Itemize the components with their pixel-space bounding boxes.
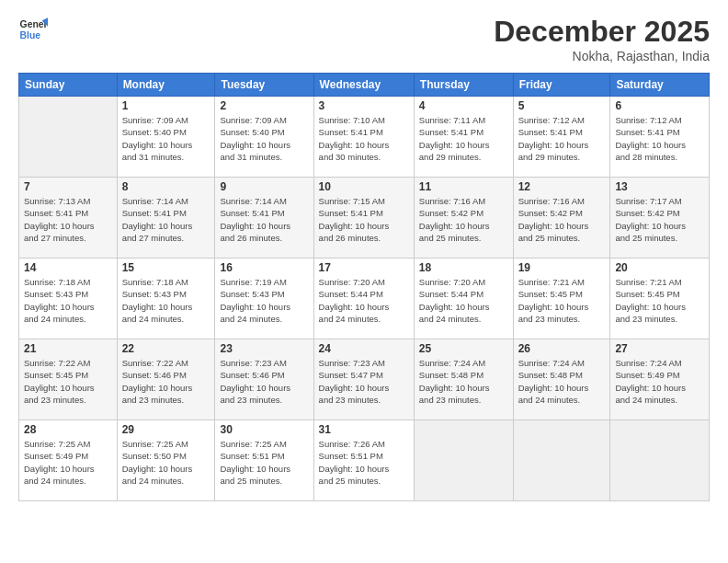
week-row-5: 28Sunrise: 7:25 AMSunset: 5:49 PMDayligh… xyxy=(19,420,710,501)
title-block: December 2025 Nokha, Rajasthan, India xyxy=(494,15,710,63)
day-number: 3 xyxy=(319,99,409,112)
day-number: 18 xyxy=(419,261,508,274)
week-row-3: 14Sunrise: 7:18 AMSunset: 5:43 PMDayligh… xyxy=(19,259,710,339)
day-number: 12 xyxy=(518,180,606,193)
column-header-saturday: Saturday xyxy=(610,74,710,97)
week-row-1: 1Sunrise: 7:09 AMSunset: 5:40 PMDaylight… xyxy=(19,97,710,178)
header: General Blue December 2025 Nokha, Rajast… xyxy=(18,15,710,63)
day-cell: 12Sunrise: 7:16 AMSunset: 5:42 PMDayligh… xyxy=(513,178,610,259)
day-number: 16 xyxy=(220,261,308,274)
day-info: Sunrise: 7:14 AMSunset: 5:41 PMDaylight:… xyxy=(122,195,210,244)
day-cell: 28Sunrise: 7:25 AMSunset: 5:49 PMDayligh… xyxy=(19,420,118,501)
day-info: Sunrise: 7:10 AMSunset: 5:41 PMDaylight:… xyxy=(319,114,409,163)
day-cell: 21Sunrise: 7:22 AMSunset: 5:45 PMDayligh… xyxy=(19,339,118,420)
day-info: Sunrise: 7:12 AMSunset: 5:41 PMDaylight:… xyxy=(518,114,606,163)
day-cell: 17Sunrise: 7:20 AMSunset: 5:44 PMDayligh… xyxy=(313,259,414,339)
day-number: 6 xyxy=(615,99,704,112)
day-cell: 13Sunrise: 7:17 AMSunset: 5:42 PMDayligh… xyxy=(610,178,710,259)
day-info: Sunrise: 7:16 AMSunset: 5:42 PMDaylight:… xyxy=(518,195,606,244)
day-info: Sunrise: 7:13 AMSunset: 5:41 PMDaylight:… xyxy=(24,195,112,244)
day-number: 25 xyxy=(419,342,508,355)
day-number: 1 xyxy=(122,99,210,112)
day-cell: 8Sunrise: 7:14 AMSunset: 5:41 PMDaylight… xyxy=(117,178,215,259)
column-header-friday: Friday xyxy=(513,74,610,97)
day-info: Sunrise: 7:11 AMSunset: 5:41 PMDaylight:… xyxy=(419,114,508,163)
day-number: 27 xyxy=(615,342,704,355)
day-info: Sunrise: 7:22 AMSunset: 5:45 PMDaylight:… xyxy=(24,357,112,406)
day-cell xyxy=(513,420,610,501)
day-info: Sunrise: 7:24 AMSunset: 5:49 PMDaylight:… xyxy=(615,357,704,406)
day-info: Sunrise: 7:25 AMSunset: 5:49 PMDaylight:… xyxy=(24,438,112,487)
calendar: SundayMondayTuesdayWednesdayThursdayFrid… xyxy=(18,73,710,501)
day-number: 17 xyxy=(319,261,409,274)
page: General Blue December 2025 Nokha, Rajast… xyxy=(0,0,728,563)
day-info: Sunrise: 7:18 AMSunset: 5:43 PMDaylight:… xyxy=(122,276,210,325)
day-cell: 4Sunrise: 7:11 AMSunset: 5:41 PMDaylight… xyxy=(414,97,513,178)
day-cell xyxy=(414,420,513,501)
day-cell: 6Sunrise: 7:12 AMSunset: 5:41 PMDaylight… xyxy=(610,97,710,178)
day-info: Sunrise: 7:23 AMSunset: 5:47 PMDaylight:… xyxy=(319,357,409,406)
column-header-sunday: Sunday xyxy=(19,74,118,97)
month-title: December 2025 xyxy=(494,15,710,49)
day-number: 10 xyxy=(319,180,409,193)
day-cell: 2Sunrise: 7:09 AMSunset: 5:40 PMDaylight… xyxy=(215,97,313,178)
day-number: 11 xyxy=(419,180,508,193)
week-row-4: 21Sunrise: 7:22 AMSunset: 5:45 PMDayligh… xyxy=(19,339,710,420)
day-number: 21 xyxy=(24,342,112,355)
day-cell: 26Sunrise: 7:24 AMSunset: 5:48 PMDayligh… xyxy=(513,339,610,420)
day-number: 13 xyxy=(615,180,704,193)
day-info: Sunrise: 7:09 AMSunset: 5:40 PMDaylight:… xyxy=(122,114,210,163)
day-cell: 29Sunrise: 7:25 AMSunset: 5:50 PMDayligh… xyxy=(117,420,215,501)
day-cell: 25Sunrise: 7:24 AMSunset: 5:48 PMDayligh… xyxy=(414,339,513,420)
day-number: 28 xyxy=(24,423,112,436)
column-header-monday: Monday xyxy=(117,74,215,97)
logo-icon: General Blue xyxy=(18,15,48,44)
day-cell: 5Sunrise: 7:12 AMSunset: 5:41 PMDaylight… xyxy=(513,97,610,178)
day-cell: 9Sunrise: 7:14 AMSunset: 5:41 PMDaylight… xyxy=(215,178,313,259)
day-info: Sunrise: 7:16 AMSunset: 5:42 PMDaylight:… xyxy=(419,195,508,244)
day-number: 7 xyxy=(24,180,112,193)
week-row-2: 7Sunrise: 7:13 AMSunset: 5:41 PMDaylight… xyxy=(19,178,710,259)
day-info: Sunrise: 7:26 AMSunset: 5:51 PMDaylight:… xyxy=(319,438,409,487)
svg-text:Blue: Blue xyxy=(20,30,41,40)
day-number: 30 xyxy=(220,423,308,436)
day-cell: 3Sunrise: 7:10 AMSunset: 5:41 PMDaylight… xyxy=(313,97,414,178)
day-info: Sunrise: 7:14 AMSunset: 5:41 PMDaylight:… xyxy=(220,195,308,244)
day-info: Sunrise: 7:17 AMSunset: 5:42 PMDaylight:… xyxy=(615,195,704,244)
day-info: Sunrise: 7:23 AMSunset: 5:46 PMDaylight:… xyxy=(220,357,308,406)
day-cell: 11Sunrise: 7:16 AMSunset: 5:42 PMDayligh… xyxy=(414,178,513,259)
day-number: 22 xyxy=(122,342,210,355)
day-info: Sunrise: 7:21 AMSunset: 5:45 PMDaylight:… xyxy=(518,276,606,325)
day-number: 4 xyxy=(419,99,508,112)
day-cell: 18Sunrise: 7:20 AMSunset: 5:44 PMDayligh… xyxy=(414,259,513,339)
day-info: Sunrise: 7:25 AMSunset: 5:50 PMDaylight:… xyxy=(122,438,210,487)
day-info: Sunrise: 7:22 AMSunset: 5:46 PMDaylight:… xyxy=(122,357,210,406)
logo: General Blue xyxy=(18,15,48,44)
day-number: 5 xyxy=(518,99,606,112)
column-header-tuesday: Tuesday xyxy=(215,74,313,97)
day-number: 20 xyxy=(615,261,704,274)
day-info: Sunrise: 7:15 AMSunset: 5:41 PMDaylight:… xyxy=(319,195,409,244)
day-cell: 30Sunrise: 7:25 AMSunset: 5:51 PMDayligh… xyxy=(215,420,313,501)
day-cell: 22Sunrise: 7:22 AMSunset: 5:46 PMDayligh… xyxy=(117,339,215,420)
day-cell: 23Sunrise: 7:23 AMSunset: 5:46 PMDayligh… xyxy=(215,339,313,420)
day-cell: 14Sunrise: 7:18 AMSunset: 5:43 PMDayligh… xyxy=(19,259,118,339)
day-cell: 19Sunrise: 7:21 AMSunset: 5:45 PMDayligh… xyxy=(513,259,610,339)
day-info: Sunrise: 7:20 AMSunset: 5:44 PMDaylight:… xyxy=(419,276,508,325)
day-info: Sunrise: 7:25 AMSunset: 5:51 PMDaylight:… xyxy=(220,438,308,487)
day-cell: 16Sunrise: 7:19 AMSunset: 5:43 PMDayligh… xyxy=(215,259,313,339)
day-cell: 24Sunrise: 7:23 AMSunset: 5:47 PMDayligh… xyxy=(313,339,414,420)
day-number: 31 xyxy=(319,423,409,436)
location-title: Nokha, Rajasthan, India xyxy=(494,49,710,63)
day-info: Sunrise: 7:20 AMSunset: 5:44 PMDaylight:… xyxy=(319,276,409,325)
day-number: 29 xyxy=(122,423,210,436)
day-number: 26 xyxy=(518,342,606,355)
column-header-wednesday: Wednesday xyxy=(313,74,414,97)
day-cell: 10Sunrise: 7:15 AMSunset: 5:41 PMDayligh… xyxy=(313,178,414,259)
day-cell: 27Sunrise: 7:24 AMSunset: 5:49 PMDayligh… xyxy=(610,339,710,420)
day-cell: 15Sunrise: 7:18 AMSunset: 5:43 PMDayligh… xyxy=(117,259,215,339)
day-number: 23 xyxy=(220,342,308,355)
day-cell: 1Sunrise: 7:09 AMSunset: 5:40 PMDaylight… xyxy=(117,97,215,178)
day-number: 9 xyxy=(220,180,308,193)
day-cell: 7Sunrise: 7:13 AMSunset: 5:41 PMDaylight… xyxy=(19,178,118,259)
